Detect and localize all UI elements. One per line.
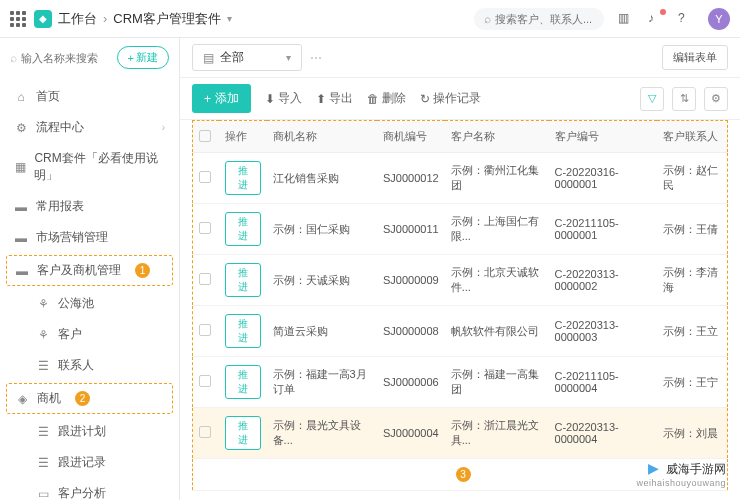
menu-label: 商机 [37,390,61,407]
menu-icon: ⚙ [14,121,28,135]
row-checkbox[interactable] [199,324,211,336]
menu-label: 常用报表 [36,198,84,215]
table-row[interactable]: 推进 示例：晨光文具设备... SJ0000004 示例：浙江晨光文具... C… [193,408,728,459]
search-icon: ⌕ [10,51,17,65]
table-row[interactable]: 推进 示例：天诚采购 SJ0000009 示例：北京天诚软件... C-2022… [193,255,728,306]
menu-icon: ▭ [36,487,50,501]
import-button[interactable]: ⬇导入 [265,90,302,107]
badge: 2 [75,391,90,406]
push-button[interactable]: 推进 [225,416,261,450]
column-header[interactable]: 客户联系人 [657,121,727,153]
settings-icon-button[interactable]: ⚙ [704,87,728,111]
global-search-input[interactable] [495,13,594,25]
chevron-down-icon[interactable]: ▾ [227,13,232,24]
cell-name: 示例：国仁采购 [267,204,377,255]
menu-icon: ▬ [14,200,28,214]
log-button[interactable]: ↻操作记录 [420,90,481,107]
cell-code[interactable]: SJ0000008 [377,306,445,357]
cell-contact: 示例：王倩 [657,204,727,255]
avatar[interactable]: Y [708,8,730,30]
cell-code[interactable]: SJ0000004 [377,408,445,459]
push-button[interactable]: 推进 [225,263,261,297]
sidebar-item-12[interactable]: ▭客户分析 [0,478,179,500]
sidebar-item-0[interactable]: ⌂首页 [0,81,179,112]
push-button[interactable]: 推进 [225,161,261,195]
notification-icon[interactable]: ♪ [648,11,664,27]
cell-contact: 示例：李清海 [657,255,727,306]
menu-icon: ⌂ [14,90,28,104]
menu-label: 客户及商机管理 [37,262,121,279]
delete-button[interactable]: 🗑删除 [367,90,406,107]
column-header[interactable]: 客户名称 [445,121,549,153]
search-icon: ⌕ [484,12,491,26]
menu-label: 首页 [36,88,60,105]
row-checkbox[interactable] [199,171,211,183]
sidebar-item-1[interactable]: ⚙流程中心› [0,112,179,143]
filter-icon-button[interactable]: ▽ [640,87,664,111]
menu-label: 公海池 [58,295,94,312]
table-row[interactable]: 推进 示例：国仁采购 SJ0000011 示例：上海国仁有限... C-2021… [193,204,728,255]
menu-label: 跟进记录 [58,454,106,471]
sidebar-item-5[interactable]: ▬客户及商机管理1 [6,255,173,286]
sidebar-item-8[interactable]: ☰联系人 [0,350,179,381]
sidebar-menu: ⌂首页⚙流程中心›▦CRM套件「必看使用说明」▬常用报表▬市场营销管理▬客户及商… [0,77,179,500]
push-button[interactable]: 推进 [225,212,261,246]
sidebar-item-7[interactable]: ⚘客户 [0,319,179,350]
dots-icon[interactable]: ⋯ [310,51,322,65]
menu-label: 跟进计划 [58,423,106,440]
cell-contact: 示例：刘晨 [657,408,727,459]
help-icon[interactable]: ? [678,11,694,27]
cell-contact: 示例：王立 [657,306,727,357]
select-all-checkbox[interactable] [199,130,211,142]
view-label: 全部 [220,49,244,66]
sidebar-item-10[interactable]: ☰跟进计划 [0,416,179,447]
table-row[interactable]: 推进 简道云采购 SJ0000008 帆软软件有限公司 C-20220313-0… [193,306,728,357]
table-row[interactable]: 推进 江化销售采购 SJ0000012 示例：衢州江化集团 C-20220316… [193,153,728,204]
upload-icon: ⬆ [316,92,326,106]
plus-icon: + [204,92,211,106]
badge: 1 [135,263,150,278]
list-icon: ▤ [203,51,214,65]
breadcrumb-workspace[interactable]: 工作台 [58,10,97,28]
cell-contact: 示例：王宁 [657,357,727,408]
row-checkbox[interactable] [199,426,211,438]
cell-customer: 示例：福建一高集团 [445,357,549,408]
cell-name: 简道云采购 [267,306,377,357]
row-checkbox[interactable] [199,273,211,285]
add-button[interactable]: +添加 [192,84,251,113]
menu-label: 流程中心 [36,119,84,136]
sort-icon-button[interactable]: ⇅ [672,87,696,111]
sidebar-item-3[interactable]: ▬常用报表 [0,191,179,222]
book-icon[interactable]: ▥ [618,11,634,27]
global-search[interactable]: ⌕ [474,8,604,30]
push-button[interactable]: 推进 [225,365,261,399]
sidebar-search-input[interactable] [21,52,111,64]
row-checkbox[interactable] [199,222,211,234]
sidebar-item-2[interactable]: ▦CRM套件「必看使用说明」 [0,143,179,191]
cell-code[interactable]: SJ0000011 [377,204,445,255]
menu-label: CRM套件「必看使用说明」 [34,150,165,184]
cell-code[interactable]: SJ0000006 [377,357,445,408]
sidebar-item-11[interactable]: ☰跟进记录 [0,447,179,478]
export-button[interactable]: ⬆导出 [316,90,353,107]
breadcrumb-app[interactable]: CRM客户管理套件 [113,10,221,28]
sidebar-item-9[interactable]: ◈商机2 [6,383,173,414]
sidebar-item-6[interactable]: ⚘公海池 [0,288,179,319]
cell-name: 示例：天诚采购 [267,255,377,306]
sidebar-item-4[interactable]: ▬市场营销管理 [0,222,179,253]
view-selector[interactable]: ▤ 全部 ▾ [192,44,302,71]
new-button[interactable]: +新建 [117,46,169,69]
push-button[interactable]: 推进 [225,314,261,348]
edit-form-button[interactable]: 编辑表单 [662,45,728,70]
column-header[interactable]: 操作 [219,121,267,153]
chevron-down-icon: ▾ [286,52,291,63]
cell-code[interactable]: SJ0000009 [377,255,445,306]
app-launcher-icon[interactable] [10,11,26,27]
cell-code[interactable]: SJ0000012 [377,153,445,204]
menu-icon: ▬ [14,231,28,245]
column-header[interactable]: 客户编号 [549,121,658,153]
row-checkbox[interactable] [199,375,211,387]
column-header[interactable]: 商机名称 [267,121,377,153]
table-row[interactable]: 推进 示例：福建一高3月订单 SJ0000006 示例：福建一高集团 C-202… [193,357,728,408]
column-header[interactable]: 商机编号 [377,121,445,153]
